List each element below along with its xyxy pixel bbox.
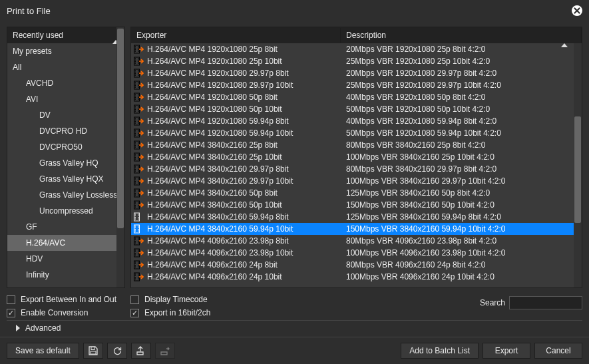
svg-rect-94 — [135, 169, 136, 170]
table-row[interactable]: H.264/AVC MP4 3840x2160 59.94p 8bit125Mb… — [131, 211, 582, 223]
film-export-icon — [133, 128, 144, 138]
checkbox-display-timecode[interactable]: Display Timecode — [130, 295, 475, 304]
sidebar-item[interactable]: Grass Valley Lossless — [7, 187, 124, 203]
svg-rect-180 — [138, 278, 138, 279]
row-icon-cell — [131, 128, 146, 138]
table-row[interactable]: H.264/AVC MP4 1920x1080 50p 8bit40Mbps V… — [131, 91, 582, 103]
svg-rect-22 — [135, 73, 136, 74]
sidebar-header[interactable]: Recently used — [7, 27, 124, 43]
expand-right-icon — [16, 325, 20, 331]
svg-rect-166 — [135, 265, 136, 266]
checkbox-box — [7, 295, 15, 304]
table-row[interactable]: H.264/AVC MP4 1920x1080 59.94p 8bit40Mbp… — [131, 115, 582, 127]
svg-rect-86 — [135, 158, 136, 159]
svg-rect-67 — [135, 133, 136, 134]
export-button[interactable]: Export — [483, 343, 530, 359]
sidebar-item[interactable]: Infinity — [7, 267, 124, 283]
svg-rect-18 — [138, 63, 138, 63]
sidebar-scrollbar-thumb[interactable] — [117, 29, 124, 228]
svg-rect-59 — [135, 122, 136, 123]
table-scrollbar[interactable] — [574, 43, 582, 287]
exporter-cell: H.264/AVC MP4 1920x1080 29.97p 10bit — [146, 81, 341, 90]
table-row[interactable]: H.264/AVC MP4 3840x2160 59.94p 10bit150M… — [131, 223, 582, 235]
svg-rect-103 — [135, 181, 136, 182]
description-cell: 100Mbps VBR 3840x2160 25p 10bit 4:2:0 — [341, 152, 582, 162]
table-row[interactable]: H.264/AVC MP4 3840x2160 25p 8bit80Mbps V… — [131, 139, 582, 151]
row-icon-cell — [131, 188, 146, 198]
table-row[interactable]: H.264/AVC MP4 1920x1080 25p 10bit25Mbps … — [131, 55, 582, 67]
svg-rect-110 — [135, 190, 136, 190]
table-row[interactable]: H.264/AVC MP4 1920x1080 59.94p 10bit50Mb… — [131, 127, 582, 139]
table-row[interactable]: H.264/AVC MP4 1920x1080 25p 8bit20Mbps V… — [131, 43, 582, 55]
close-button[interactable] — [570, 4, 584, 17]
table-row[interactable]: H.264/AVC MP4 3840x2160 25p 10bit100Mbps… — [131, 151, 582, 163]
column-header-exporter[interactable]: Exporter — [131, 28, 341, 43]
sidebar-item[interactable]: Uncompressed — [7, 203, 124, 219]
table-row[interactable]: H.264/AVC MP4 4096x2160 24p 10bit100Mbps… — [131, 271, 582, 283]
film-export-icon — [133, 92, 144, 102]
description-cell: 20Mbps VBR 1920x1080 29.97p 8bit 4:2:0 — [341, 69, 582, 78]
svg-rect-6 — [138, 46, 138, 47]
exporter-cell: H.264/AVC MP4 1920x1080 50p 8bit — [146, 92, 341, 102]
svg-rect-35 — [138, 85, 138, 86]
table-row[interactable]: H.264/AVC MP4 1920x1080 29.97p 8bit20Mbp… — [131, 67, 582, 79]
table-row[interactable]: H.264/AVC MP4 3840x2160 29.97p 10bit100M… — [131, 175, 582, 187]
svg-rect-182 — [91, 351, 96, 354]
svg-rect-56 — [135, 118, 136, 118]
checkbox-export-16bit-2ch[interactable]: Export in 16bit/2ch — [130, 308, 475, 317]
advanced-toggle[interactable]: Advanced — [7, 320, 582, 337]
import-button[interactable] — [131, 343, 151, 359]
sidebar-item[interactable]: H.264/AVC — [7, 235, 124, 251]
svg-rect-58 — [135, 121, 136, 122]
sidebar-item[interactable]: HDV — [7, 251, 124, 267]
sidebar-item[interactable]: DVCPRO HD — [7, 123, 124, 139]
svg-rect-95 — [135, 170, 136, 171]
sidebar-item[interactable]: AVI — [7, 91, 124, 107]
sidebar-item[interactable]: Grass Valley HQ — [7, 155, 124, 171]
save-as-default-button[interactable]: Save as default — [7, 343, 79, 359]
table-row[interactable]: H.264/AVC MP4 1920x1080 29.97p 10bit25Mb… — [131, 79, 582, 91]
sidebar-item[interactable]: Grass Valley HQX — [7, 171, 124, 187]
svg-rect-119 — [135, 202, 136, 202]
svg-rect-126 — [138, 206, 138, 207]
sidebar-item[interactable]: All — [7, 59, 124, 75]
table-row[interactable]: H.264/AVC MP4 4096x2160 23.98p 8bit80Mbp… — [131, 235, 582, 247]
sidebar-scrollbar[interactable] — [116, 27, 124, 287]
table-row[interactable]: H.264/AVC MP4 4096x2160 23.98p 10bit100M… — [131, 247, 582, 259]
table-row[interactable]: H.264/AVC MP4 3840x2160 29.97p 8bit80Mbp… — [131, 163, 582, 175]
svg-rect-135 — [138, 218, 138, 219]
column-header-description[interactable]: Description — [341, 28, 582, 43]
cancel-button[interactable]: Cancel — [534, 343, 582, 359]
close-icon — [571, 5, 583, 17]
window-title: Print to File — [7, 6, 51, 16]
sidebar-item[interactable]: My presets — [7, 43, 124, 59]
sidebar-item[interactable]: AVCHD — [7, 75, 124, 91]
film-export-icon — [133, 116, 144, 126]
svg-rect-61 — [138, 120, 138, 120]
export-preset-button[interactable] — [155, 343, 175, 359]
svg-rect-150 — [138, 238, 138, 238]
checkbox-export-between-in-out[interactable]: Export Between In and Out — [7, 295, 125, 304]
sidebar-item[interactable]: DVCPRO50 — [7, 139, 124, 155]
svg-rect-20 — [135, 70, 136, 71]
svg-rect-29 — [135, 82, 136, 83]
checkbox-enable-conversion[interactable]: Enable Conversion — [7, 308, 125, 317]
svg-rect-70 — [138, 132, 138, 132]
svg-rect-60 — [138, 118, 138, 118]
sidebar-item[interactable]: DV — [7, 107, 124, 123]
sidebar-item[interactable]: GF — [7, 219, 124, 235]
add-to-batch-button[interactable]: Add to Batch List — [401, 343, 479, 359]
search-input[interactable] — [509, 296, 582, 309]
exporter-cell: H.264/AVC MP4 4096x2160 23.98p 10bit — [146, 248, 341, 258]
table-row[interactable]: H.264/AVC MP4 4096x2160 24p 8bit80Mbps V… — [131, 259, 582, 271]
svg-rect-108 — [138, 182, 138, 183]
table-row[interactable]: H.264/AVC MP4 3840x2160 50p 8bit125Mbps … — [131, 187, 582, 199]
table-scrollbar-thumb[interactable] — [574, 116, 581, 223]
refresh-button[interactable] — [107, 343, 127, 359]
titlebar: Print to File — [0, 0, 589, 21]
table-row[interactable]: H.264/AVC MP4 3840x2160 50p 10bit150Mbps… — [131, 199, 582, 211]
svg-rect-138 — [135, 228, 136, 228]
svg-rect-62 — [138, 121, 138, 122]
save-preset-button[interactable] — [83, 343, 103, 359]
table-row[interactable]: H.264/AVC MP4 1920x1080 50p 10bit50Mbps … — [131, 103, 582, 115]
